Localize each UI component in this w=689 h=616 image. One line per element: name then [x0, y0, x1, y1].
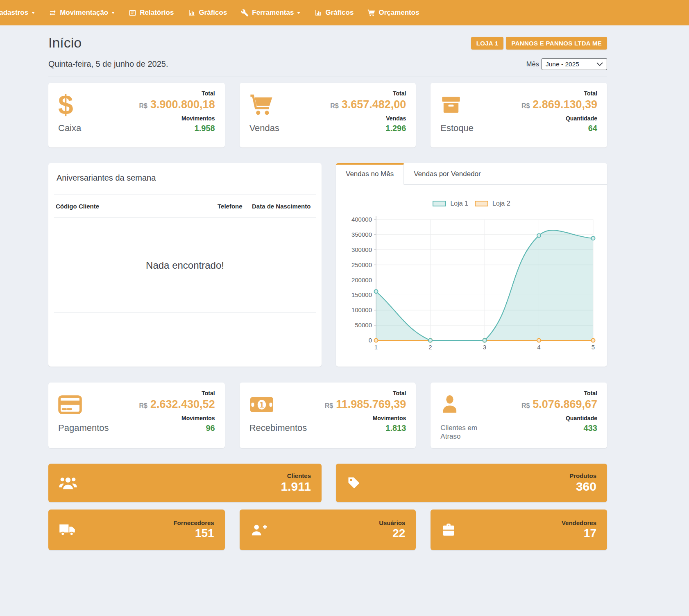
sales-chart-panel: Vendas no Mês Vendas por Vendedor Loja 1… — [336, 163, 607, 367]
count-value: 433 — [521, 424, 597, 433]
count-label: Quantidade — [521, 415, 597, 421]
bar-chart-icon — [314, 9, 322, 17]
birthdays-table-header: Código Cliente Telefone Data de Nascimen… — [54, 195, 316, 217]
month-select[interactable]: June - 2025 — [542, 58, 607, 70]
total-value: 2.869.130,39 — [533, 98, 597, 111]
count-value: 64 — [521, 124, 597, 133]
svg-text:250000: 250000 — [351, 261, 372, 268]
nav-item-label: Relatórios — [140, 9, 174, 17]
main-content: Início LOJA 1 PANNOS E PANNOS LTDA ME Qu… — [48, 25, 607, 550]
svg-text:2: 2 — [428, 344, 432, 351]
total-value: 3.900.800,18 — [150, 98, 215, 111]
tag-icon — [347, 476, 361, 490]
total-label: Total — [521, 390, 597, 396]
current-date: Quinta-feira, 5 de junho de 2025. — [48, 59, 168, 69]
tab-vendas-no-mes[interactable]: Vendas no Mês — [336, 163, 404, 185]
svg-text:50000: 50000 — [355, 322, 372, 328]
column-header-nascimento: Data de Nascimento — [252, 203, 314, 210]
svg-text:4: 4 — [537, 344, 540, 351]
archive-box-icon — [440, 90, 474, 120]
total-label: Total — [330, 90, 406, 97]
cart-icon — [249, 90, 279, 120]
stat-card-caixa: $ Caixa Total R$3.900.800,18 Movimentos … — [48, 83, 225, 147]
total-label: Total — [139, 90, 215, 97]
svg-text:100000: 100000 — [351, 306, 372, 313]
svg-text:0: 0 — [369, 337, 372, 344]
stat-card-estoque: Estoque Total R$2.869.130,39 Quantidade … — [431, 83, 607, 147]
nav-item-movimentacao[interactable]: Movimentação — [42, 9, 122, 17]
top-navbar: Cadastros Movimentação Relatórios Gráfic… — [0, 0, 689, 25]
divider — [54, 313, 316, 313]
svg-text:1: 1 — [259, 400, 264, 409]
caret-down-icon — [111, 12, 115, 14]
nav-item-label: Orçamentos — [378, 9, 419, 17]
header-divider — [48, 77, 607, 77]
svg-text:200000: 200000 — [351, 276, 372, 283]
count-label: Movimentos — [139, 415, 215, 421]
tile-label: Usuários — [379, 519, 405, 526]
count-value: 1.813 — [325, 424, 406, 433]
nav-item-ferramentas[interactable]: Ferramentas — [234, 9, 307, 17]
tile-value: 151 — [173, 527, 214, 540]
wrench-icon — [241, 9, 249, 17]
exchange-icon — [49, 9, 57, 17]
currency-prefix: R$ — [521, 102, 530, 109]
nav-item-orcamentos[interactable]: Orçamentos — [360, 9, 426, 17]
total-value: 3.657.482,00 — [342, 98, 406, 111]
nav-item-relatorios[interactable]: Relatórios — [122, 9, 181, 17]
credit-card-icon — [58, 390, 109, 419]
bar-chart-icon — [188, 9, 195, 17]
total-value: 5.076.869,67 — [533, 398, 597, 410]
tile-produtos[interactable]: Produtos 360 — [336, 464, 607, 502]
stat-card-label: Recebimentos — [249, 423, 307, 433]
svg-text:5: 5 — [592, 344, 595, 351]
count-value: 1.296 — [330, 124, 406, 133]
chart-legend: Loja 1 Loja 2 — [336, 199, 607, 208]
legend-label: Loja 1 — [450, 200, 468, 207]
stat-card-label: Pagamentos — [58, 423, 109, 433]
nav-item-label: Movimentação — [60, 9, 108, 17]
legend-label: Loja 2 — [492, 200, 510, 207]
tile-label: Vendedores — [562, 519, 596, 526]
users-icon — [59, 476, 77, 489]
total-value: 2.632.430,52 — [150, 398, 215, 410]
nav-item-label: Gráficos — [199, 9, 227, 17]
stat-card-label: Clientes em Atraso — [440, 424, 486, 441]
total-label: Total — [325, 390, 406, 396]
nav-item-cadastros[interactable]: Cadastros — [0, 9, 42, 17]
stat-card-pagamentos: Pagamentos Total R$2.632.430,52 Moviment… — [48, 383, 225, 448]
legend-item-loja1[interactable]: Loja 1 — [433, 200, 468, 207]
truck-icon — [59, 523, 75, 536]
tile-value: 17 — [562, 527, 596, 540]
stat-card-recebimentos: 1 Recebimentos Total R$11.985.769,39 Mov… — [240, 383, 416, 448]
column-header-telefone: Telefone — [218, 203, 252, 210]
store-button[interactable]: LOJA 1 — [471, 37, 504, 50]
tile-usuarios[interactable]: Usuários 22 — [240, 510, 416, 550]
stat-card-clientes-em-atraso: Clientes em Atraso Total R$5.076.869,67 … — [431, 383, 607, 448]
person-icon — [440, 390, 486, 418]
page-title: Início — [48, 34, 82, 51]
legend-item-loja2[interactable]: Loja 2 — [475, 200, 510, 207]
tile-clientes[interactable]: Clientes 1.911 — [48, 464, 322, 502]
nav-item-graficos-2[interactable]: Gráficos — [307, 9, 360, 17]
tile-fornecedores[interactable]: Fornecedores 151 — [48, 510, 225, 550]
caret-down-icon — [32, 12, 35, 14]
nav-item-graficos[interactable]: Gráficos — [181, 9, 234, 17]
svg-text:150000: 150000 — [351, 291, 372, 298]
tile-value: 360 — [569, 480, 596, 494]
stat-card-label: Caixa — [58, 123, 81, 134]
birthdays-title: Aniversariantes da semana — [54, 163, 316, 195]
chevron-down-icon — [596, 62, 603, 66]
caret-down-icon — [297, 12, 300, 14]
stat-card-vendas: Vendas Total R$3.657.482,00 Vendas 1.296 — [240, 83, 416, 147]
tile-vendedores[interactable]: Vendedores 17 — [431, 510, 607, 550]
nav-item-label: Cadastros — [0, 9, 28, 17]
company-button[interactable]: PANNOS E PANNOS LTDA ME — [506, 37, 607, 50]
stat-card-label: Vendas — [249, 123, 279, 134]
cart-icon — [367, 9, 375, 17]
legend-swatch-loja1 — [433, 201, 446, 206]
column-header-cliente: Cliente — [79, 203, 218, 210]
svg-text:400000: 400000 — [351, 216, 372, 223]
tile-label: Clientes — [281, 472, 311, 479]
tab-vendas-por-vendedor[interactable]: Vendas por Vendedor — [404, 163, 491, 184]
